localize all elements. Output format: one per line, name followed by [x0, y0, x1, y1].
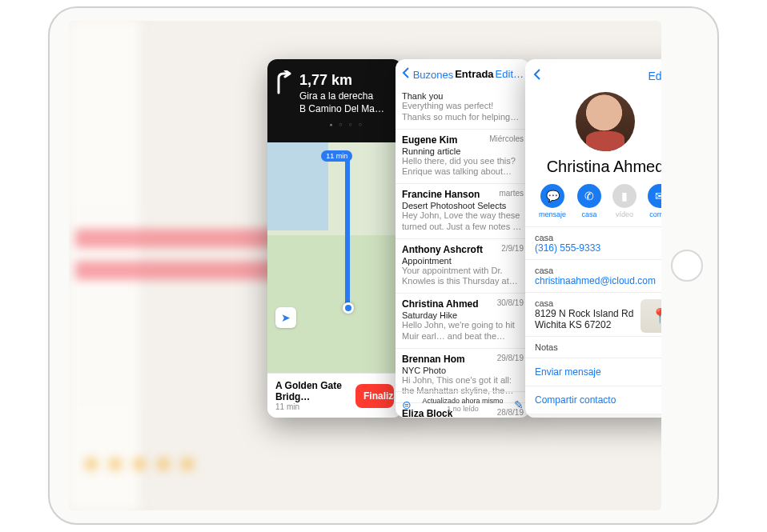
contact-phone-row[interactable]: casa (316) 555-9333: [525, 227, 661, 260]
phone-icon: ✆: [577, 184, 601, 208]
maps-route-eta-badge: 11 min: [321, 150, 352, 162]
mail-updated-label: Actualizado ahora mismo: [412, 397, 514, 405]
contact-name: Christina Ahmed: [525, 158, 661, 176]
mail-filter-icon[interactable]: ⊜: [402, 398, 412, 411]
mail-toolbar: ⊜ Actualizado ahora mismo 1 no leído ✎: [396, 391, 530, 418]
contact-section-gap: [525, 414, 661, 418]
message-icon: 💬: [540, 184, 564, 208]
mail-edit-button[interactable]: Edit…: [496, 68, 524, 80]
ipad-home-button[interactable]: [671, 250, 703, 282]
maps-page-dots: ● ○ ○ ○: [299, 121, 394, 128]
app-card-mail[interactable]: ✉ Mail Buzones Entrada Edit… Thank you E…: [396, 59, 530, 418]
contact-address-line2: Wichita KS 67202: [535, 319, 611, 330]
maps-recenter-button[interactable]: ➤: [275, 307, 296, 328]
mail-nav-bar: Buzones Entrada Edit…: [396, 59, 530, 86]
ipad-screen: ◆ Mapas Ruta hasta Golden Gate Bri… 1,77…: [69, 21, 661, 510]
contact-address-line1: 8129 N Rock Island Rd: [535, 308, 633, 319]
mail-message[interactable]: Francine Hansonmartes Desert Photoshoot …: [396, 184, 530, 239]
maps-instruction-line2: B Camino Del Ma…: [299, 103, 384, 114]
mail-message-list[interactable]: Thank you Everything was perfect! Thanks…: [396, 86, 530, 418]
mail-back-button[interactable]: Buzones: [402, 67, 453, 81]
contacts-nav-bar: Editar: [525, 59, 661, 87]
contacts-edit-button[interactable]: Editar: [648, 70, 661, 82]
contact-action-row: 💬 mensaje ✆ casa ▮ vídeo ✉ correo: [525, 184, 661, 227]
map-pin-icon: 📍: [651, 307, 661, 325]
contact-share-contact-link[interactable]: Compartir contacto: [525, 386, 661, 414]
contact-phone-value: (316) 555-9333: [535, 242, 600, 254]
mail-message[interactable]: Thank you Everything was perfect! Thanks…: [396, 86, 530, 130]
maps-route-line: [345, 157, 350, 309]
mail-message[interactable]: Christina Ahmed30/8/19 Saturday Hike Hel…: [396, 294, 530, 349]
contact-email-value: christinaahmed@icloud.com: [535, 275, 656, 286]
maps-map-view[interactable]: 11 min ➤: [267, 142, 402, 374]
contact-email-row[interactable]: casa christinaahmed@icloud.com: [525, 260, 661, 293]
maps-instruction-line1: Gira a la derecha: [299, 90, 373, 102]
maps-end-route-button[interactable]: Finalizar: [355, 384, 394, 408]
maps-distance: 1,77 km: [299, 70, 394, 90]
mail-message[interactable]: Anthony Ashcroft2/9/19 Appointment Your …: [396, 239, 530, 294]
maps-destination-name: A Golden Gate Bridg…: [275, 380, 342, 402]
mail-title: Entrada: [455, 68, 493, 80]
app-card-contacts[interactable]: ☰ Contactos Christina Ahmed Editar Chris…: [525, 59, 661, 418]
app-card-maps[interactable]: ◆ Mapas Ruta hasta Golden Gate Bri… 1,77…: [267, 59, 402, 418]
ipad-device-frame: ◆ Mapas Ruta hasta Golden Gate Bri… 1,77…: [48, 6, 719, 525]
contact-action-call[interactable]: ✆ casa: [577, 184, 601, 218]
contact-action-message[interactable]: 💬 mensaje: [539, 184, 566, 218]
app-switcher-cards: ◆ Mapas Ruta hasta Golden Gate Bri… 1,77…: [267, 59, 661, 418]
mail-message[interactable]: Eugene KimMiércoles Running article Hell…: [396, 130, 530, 185]
contact-address-map-thumb[interactable]: 📍: [641, 299, 661, 333]
contact-notes-row[interactable]: Notas: [525, 337, 661, 358]
contact-address-row[interactable]: casa 8129 N Rock Island Rd Wichita KS 67…: [525, 293, 661, 337]
envelope-icon: ✉: [648, 184, 661, 208]
turn-right-icon: [274, 70, 293, 94]
video-icon: ▮: [612, 184, 636, 208]
contact-avatar[interactable]: [576, 92, 635, 151]
contacts-back-button[interactable]: [533, 67, 541, 84]
maps-footer-bar: A Golden Gate Bridg… 11 min Finalizar: [267, 373, 402, 418]
mail-compose-icon[interactable]: ✎: [514, 398, 524, 411]
contact-action-mail[interactable]: ✉ correo: [648, 184, 661, 218]
mail-unread-label: 1 no leído: [447, 405, 479, 413]
contact-send-message-link[interactable]: Enviar mensaje: [525, 358, 661, 386]
maps-direction-banner: 1,77 km Gira a la derecha B Camino Del M…: [267, 59, 402, 142]
contact-action-video: ▮ vídeo: [612, 184, 636, 218]
maps-footer-eta: 11 min: [275, 402, 355, 411]
